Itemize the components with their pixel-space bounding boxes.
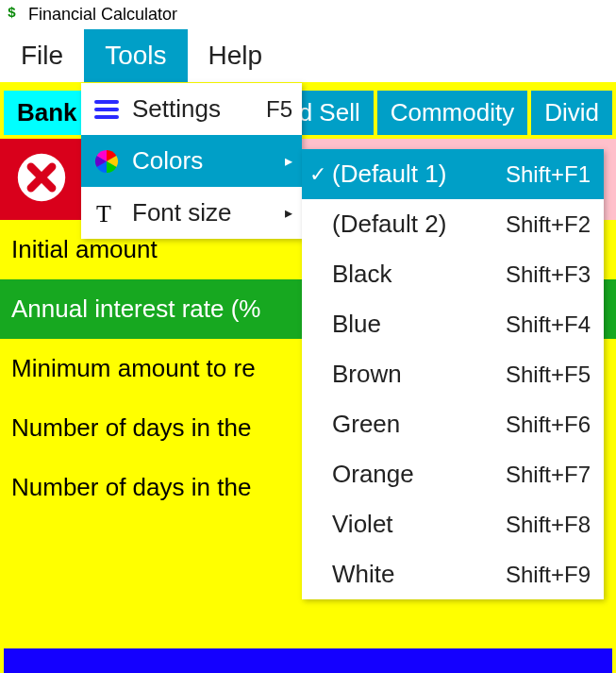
color-option-label: (Default 2) bbox=[332, 210, 446, 239]
window-title: Financial Calculator bbox=[28, 5, 177, 25]
menu-file[interactable]: File bbox=[0, 29, 84, 82]
colors-submenu: ✓ (Default 1) Shift+F1 (Default 2) Shift… bbox=[302, 149, 604, 599]
color-option-shortcut: Shift+F4 bbox=[506, 311, 591, 338]
color-option-brown[interactable]: Brown Shift+F5 bbox=[302, 349, 604, 399]
menu-bar: File Tools Help bbox=[0, 29, 616, 82]
tools-dropdown: Settings F5 Colors ▸ T Font size ▸ bbox=[81, 83, 302, 239]
color-option-shortcut: Shift+F7 bbox=[506, 462, 591, 488]
menu-item-shortcut: F5 bbox=[266, 96, 292, 123]
tab-bank[interactable]: Bank bbox=[4, 91, 91, 135]
menu-item-label: Colors bbox=[132, 146, 203, 176]
color-option-label: Green bbox=[332, 410, 400, 439]
color-option-shortcut: Shift+F9 bbox=[506, 562, 591, 588]
color-option-label: Blue bbox=[332, 310, 381, 339]
tab-commodity[interactable]: Commodity bbox=[377, 91, 527, 135]
colorwheel-icon bbox=[91, 147, 123, 176]
app-icon: $ bbox=[6, 4, 23, 25]
color-option-label: (Default 1) bbox=[332, 160, 446, 189]
tab-dividend[interactable]: Divid bbox=[531, 91, 612, 135]
color-option-default-1[interactable]: ✓ (Default 1) Shift+F1 bbox=[302, 149, 604, 199]
color-option-label: White bbox=[332, 560, 394, 589]
menu-item-colors[interactable]: Colors ▸ bbox=[81, 135, 302, 187]
color-option-shortcut: Shift+F6 bbox=[506, 412, 591, 438]
title-bar: $ Financial Calculator bbox=[0, 0, 616, 29]
color-option-shortcut: Shift+F5 bbox=[506, 362, 591, 388]
color-option-shortcut: Shift+F1 bbox=[506, 161, 591, 188]
footer-bar bbox=[4, 648, 612, 673]
chevron-right-icon: ▸ bbox=[285, 204, 292, 222]
color-option-white[interactable]: White Shift+F9 bbox=[302, 549, 604, 599]
check-icon: ✓ bbox=[309, 162, 326, 187]
svg-text:$: $ bbox=[8, 4, 16, 20]
color-option-violet[interactable]: Violet Shift+F8 bbox=[302, 499, 604, 549]
menu-item-label: Settings bbox=[132, 94, 221, 124]
menu-item-font-size[interactable]: T Font size ▸ bbox=[81, 187, 302, 239]
color-option-blue[interactable]: Blue Shift+F4 bbox=[302, 299, 604, 349]
color-option-label: Orange bbox=[332, 460, 414, 489]
menu-help[interactable]: Help bbox=[188, 29, 284, 82]
color-option-black[interactable]: Black Shift+F3 bbox=[302, 249, 604, 299]
menu-item-settings[interactable]: Settings F5 bbox=[81, 83, 302, 135]
menu-tools[interactable]: Tools bbox=[84, 29, 187, 82]
color-option-label: Black bbox=[332, 260, 392, 289]
hamburger-icon bbox=[91, 95, 123, 124]
color-option-default-2[interactable]: (Default 2) Shift+F2 bbox=[302, 199, 604, 249]
color-option-shortcut: Shift+F2 bbox=[506, 211, 591, 238]
menu-item-label: Font size bbox=[132, 198, 232, 227]
color-option-green[interactable]: Green Shift+F6 bbox=[302, 399, 604, 449]
svg-text:T: T bbox=[96, 200, 111, 227]
color-option-shortcut: Shift+F8 bbox=[506, 512, 591, 538]
font-icon: T bbox=[91, 199, 123, 227]
color-option-label: Violet bbox=[332, 510, 393, 539]
close-button[interactable] bbox=[0, 139, 83, 220]
color-option-orange[interactable]: Orange Shift+F7 bbox=[302, 449, 604, 499]
chevron-right-icon: ▸ bbox=[285, 152, 292, 170]
color-option-label: Brown bbox=[332, 360, 402, 389]
close-icon bbox=[15, 151, 68, 208]
color-option-shortcut: Shift+F3 bbox=[506, 261, 591, 288]
